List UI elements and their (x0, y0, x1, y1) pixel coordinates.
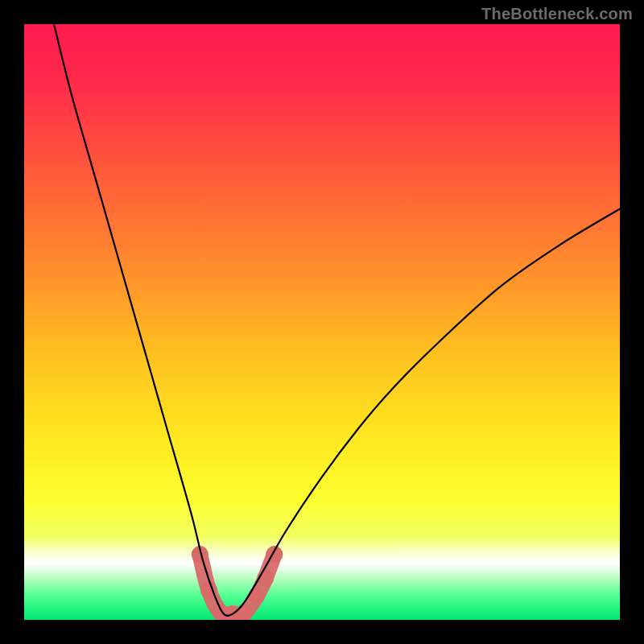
chart-frame: TheBottleneck.com (0, 0, 644, 644)
plot-area (24, 24, 620, 620)
marker-dot (248, 588, 265, 605)
gradient-background (24, 24, 620, 620)
bottleneck-chart (24, 24, 620, 620)
watermark-text: TheBottleneck.com (481, 5, 633, 23)
